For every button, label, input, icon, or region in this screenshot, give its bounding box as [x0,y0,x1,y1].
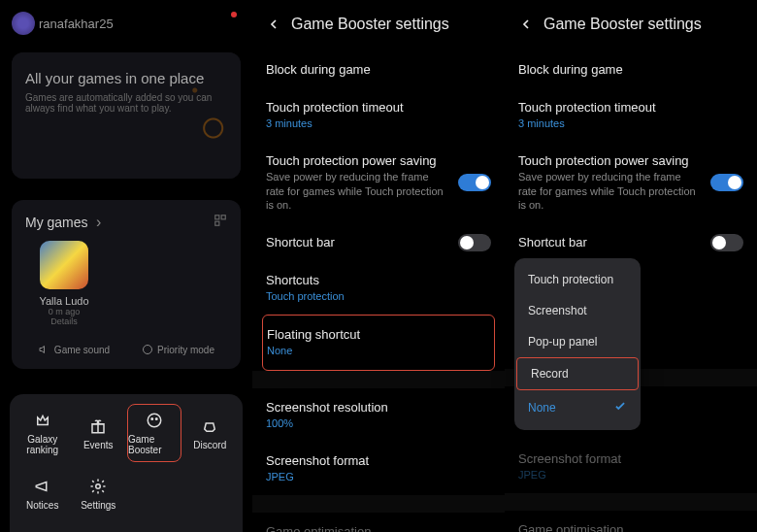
notification-indicator [231,12,237,17]
back-icon[interactable] [518,17,534,32]
svg-point-6 [151,418,153,420]
screenshot-format-item[interactable]: Screenshot format JPEG [266,442,491,495]
my-games-card: My games › Yalla Ludo 0 m ago Details Ga… [12,200,241,369]
touch-timeout-item[interactable]: Touch protection timeout 3 minutes [518,88,743,142]
game-booster-button[interactable]: Game Booster [127,404,181,462]
floating-shortcut-popup: Touch protection Screenshot Pop-up panel… [514,258,641,430]
game-last-played: 0 m ago [25,307,103,316]
game-icon[interactable] [40,241,88,289]
screenshot-format-item[interactable]: Screenshot format JPEG [518,440,743,493]
popup-option-touch[interactable]: Touch protection [514,264,641,295]
svg-point-5 [148,414,161,427]
bottom-sheet: Galaxy ranking Events Game Booster Disco… [10,394,243,532]
hero-card: All your games in one place Games are au… [12,52,241,179]
username: ranafakhar25 [39,17,114,31]
popup-option-screenshot[interactable]: Screenshot [514,295,641,326]
screenshot-resolution-item[interactable]: Screenshot resolution 100% [266,388,491,442]
power-saving-toggle[interactable] [458,174,491,191]
chevron-right-icon[interactable]: › [96,214,101,230]
svg-point-3 [144,346,152,354]
hero-subtitle: Games are automatically added so you can… [25,92,227,114]
game-details-link[interactable]: Details [25,316,103,326]
popup-option-record[interactable]: Record [516,357,639,390]
gift-icon [88,416,108,436]
svg-point-8 [96,483,101,488]
check-icon [613,399,627,416]
power-saving-item[interactable]: Touch protection power saving Save power… [266,142,491,223]
game-tile[interactable]: Yalla Ludo 0 m ago Details [25,241,103,326]
floating-shortcut-item[interactable]: Floating shortcut None [262,315,495,370]
page-title: Game Booster settings [543,16,702,33]
block-during-game-item[interactable]: Block during game [518,50,743,88]
svg-rect-1 [221,216,225,219]
megaphone-icon [33,477,52,496]
game-booster-settings-1: Game Booster settings Block during game … [252,0,505,532]
touch-timeout-item[interactable]: Touch protection timeout 3 minutes [266,88,491,142]
hero-title: All your games in one place [25,70,227,86]
discord-icon [200,416,219,436]
shortcut-bar-item[interactable]: Shortcut bar [518,223,743,261]
popup-option-popup-panel[interactable]: Pop-up panel [514,326,641,357]
crown-icon [33,411,52,430]
popup-option-none[interactable]: None [514,390,641,424]
avatar[interactable] [12,12,35,35]
gear-icon [88,477,108,496]
shortcut-bar-toggle[interactable] [710,234,743,251]
galaxy-ranking-button[interactable]: Galaxy ranking [16,404,70,462]
power-saving-toggle[interactable] [710,174,743,191]
settings-button[interactable]: Settings [72,464,126,522]
discord-button[interactable]: Discord [183,404,238,462]
game-optimisation-item: Game optimisation Alternate game perform… [518,511,743,532]
priority-mode-toggle[interactable]: Priority mode [129,344,227,355]
game-booster-icon [145,411,164,430]
page-title: Game Booster settings [291,16,449,33]
svg-rect-2 [215,221,219,225]
game-optimisation-item: Game optimisation Alternate game perform… [266,513,491,532]
power-saving-item[interactable]: Touch protection power saving Save power… [518,142,743,223]
game-sound-toggle[interactable]: Game sound [25,344,123,355]
layout-toggle-icon[interactable] [214,214,227,230]
notices-button[interactable]: Notices [16,464,70,522]
back-icon[interactable] [266,17,281,32]
game-name: Yalla Ludo [25,295,103,307]
block-during-game-item[interactable]: Block during game [266,50,491,88]
events-button[interactable]: Events [72,404,126,462]
shortcut-bar-item[interactable]: Shortcut bar [266,223,491,261]
shortcuts-item[interactable]: Shortcuts Touch protection [266,261,491,315]
game-booster-settings-2: Game Booster settings Block during game … [505,0,757,532]
my-games-label[interactable]: My games [25,215,88,230]
game-launcher-home: ranafakhar25 All your games in one place… [0,0,252,532]
svg-point-7 [155,418,157,420]
shortcut-bar-toggle[interactable] [458,234,491,251]
svg-rect-0 [215,216,219,219]
